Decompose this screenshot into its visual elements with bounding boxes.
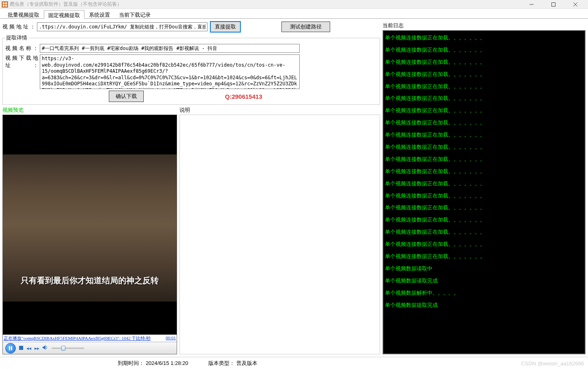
video-player[interactable]: 只有看到最后你才知道结局的神之反转 正在播放"oomqBSCDlBAxHF5FE… [2,115,177,354]
extract-detail-group: 提取详情 视频名称 视频下载地址 确认下载 Q:290615413 [2,34,380,105]
maximize-button[interactable] [547,0,560,9]
log-line: 单个视频连接数据正在加载。。。。。。。 [385,68,583,80]
log-label: 当前日志 [383,21,586,30]
expire-label: 到期时间： [118,360,144,366]
tab-downloads[interactable]: 当前下载记录 [115,10,155,18]
log-area[interactable]: 单个视频连接数据正在加载。。。。。。。单个视频连接数据正在加载。。。。。。。单个… [383,30,585,354]
version-value: 普及版本 [236,360,257,366]
log-line: 单个视频连接数据正在加载。。。。。。。 [385,250,583,263]
log-line: 单个视频连接数据正在加载。。。。。。。 [385,80,583,93]
description-label: 说明 [179,106,380,114]
app-icon [2,1,8,8]
preview-label: 视频预览 [2,106,177,114]
log-line: 单个视频连接数据正在加载。。。。。。。 [385,190,583,202]
log-line: 单个视频连接数据正在加载。。。。。。。 [385,104,583,117]
log-line: 单个视频数据读取中 [385,263,583,275]
log-line: 单个视频数据提取完成 [385,299,583,311]
log-line: 单个视频数据解析中。。。。。 [385,287,583,299]
video-frame[interactable]: 只有看到最后你才知道结局的神之反转 [3,115,177,334]
tab-fixed[interactable]: 固定视频提取 [44,10,84,19]
video-subtitle: 只有看到最后你才知道结局的神之反转 [3,275,177,286]
video-controls: ◂◂ ▸▸ [3,342,177,354]
close-button[interactable] [569,0,582,9]
video-name-input[interactable] [40,44,300,53]
svg-rect-2 [5,2,7,4]
minimize-button[interactable] [525,0,538,9]
version-label: 版本类型： [208,360,235,366]
svg-rect-9 [9,346,10,350]
tabstrip: 批量视频提取 固定视频提取 系统设置 当前下载记录 [0,9,588,19]
svg-rect-11 [19,346,23,350]
extract-detail-legend: 提取详情 [5,34,28,41]
extract-button[interactable]: 直接提取 [210,21,241,33]
log-line: 单个视频连接数据正在加载。。。。。。。 [385,202,583,214]
watermark: CSDN @weixin_aa162686 [521,360,584,367]
log-line: 单个视频连接数据正在加载。。。。。。。 [385,153,583,165]
svg-rect-10 [11,346,12,350]
svg-rect-4 [5,5,7,7]
titlebar: 爬虫兽（专业抓取软件）普及版（不包含评论拓客） [0,0,588,9]
statusbar: 到期时间： 2024/6/15 1:28:20 版本类型： 普及版本 [0,357,588,369]
log-line: 单个视频连接数据正在加载。。。。。。。 [385,32,583,44]
log-line: 单个视频连接数据正在加载。。。。。。。 [385,141,583,153]
log-line: 单个视频连接数据正在加载。。。。。。。 [385,214,583,226]
play-pause-button[interactable] [5,343,16,354]
confirm-download-button[interactable]: 确认下载 [109,91,144,102]
svg-rect-6 [552,2,556,6]
video-time: 00:01 [166,335,176,341]
log-line: 单个视频连接数据正在加载。。。。。。。 [385,117,583,129]
log-line: 单个视频连接数据正在加载。。。。。。。 [385,56,583,68]
video-status-text: 正在播放"oomqBSCDlBAxHF5FEMlP4AIPAAexf85g69E… [4,335,151,341]
video-download-textarea[interactable] [40,54,300,89]
stop-button[interactable] [19,345,23,351]
log-line: 单个视频连接数据正在加载。。。。。。。 [385,44,583,56]
video-url-input[interactable] [37,22,208,31]
log-line: 单个视频连接数据正在加载。。。。。。。 [385,178,583,190]
video-status-bar: 正在播放"oomqBSCDlBAxHF5FEMlP4AIPAAexf85g69E… [3,334,177,342]
log-line: 单个视频连接数据正在加载。。。。。。。 [385,226,583,238]
log-line: 单个视频连接数据正在加载。。。。。。。 [385,238,583,250]
video-url-label: 视频地址 [2,23,37,30]
volume-icon[interactable] [43,345,48,351]
log-line: 单个视频连接数据正在加载。。。。。。。 [385,165,583,178]
video-name-label: 视频名称 [5,45,40,52]
next-button[interactable]: ▸▸ [35,345,39,351]
description-box [179,115,380,354]
tab-batch[interactable]: 批量视频提取 [3,10,44,18]
tab-settings[interactable]: 系统设置 [84,10,115,18]
expire-value: 2024/6/15 1:28:20 [146,360,188,366]
svg-rect-3 [3,5,4,7]
svg-rect-1 [3,2,4,4]
volume-slider[interactable] [52,347,84,349]
log-line: 单个视频连接数据正在加载。。。。。。。 [385,92,583,104]
window-title: 爬虫兽（专业抓取软件）普及版（不包含评论拓客） [10,1,525,8]
prev-button[interactable]: ◂◂ [26,345,31,351]
test-path-button[interactable]: 测试创建路径 [281,22,330,32]
qq-contact: Q:290615413 [225,93,262,100]
video-download-label: 视频下载地址 [5,54,40,69]
svg-marker-12 [43,345,45,350]
log-line: 单个视频连接数据正在加载。。。。。。。 [385,129,583,141]
log-line: 单个视频数据读取完成 [385,275,583,287]
